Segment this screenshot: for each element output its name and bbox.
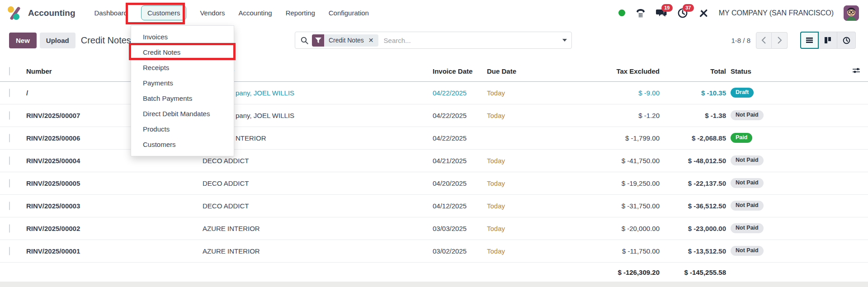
table-row[interactable]: / pany, JOEL WILLIS 04/22/2025 Today $ -…: [0, 81, 868, 104]
cell-customer: DECO ADDICT: [194, 194, 423, 217]
company-switcher[interactable]: MY COMPANY (SAN FRANCISCO): [719, 9, 834, 17]
accounting-app-icon[interactable]: [7, 5, 23, 21]
table-header-row: Number Customer Invoice Date Due Date Ta…: [0, 61, 868, 81]
cell-total: $ -23,000.00: [662, 217, 728, 240]
search-facet: Credit Notes ✕: [312, 34, 378, 47]
menu-item-configuration[interactable]: Configuration: [329, 9, 369, 17]
logo-teal-dot: [13, 14, 19, 20]
row-checkbox[interactable]: [9, 89, 10, 97]
systray: 19 37 MY COMPANY (SAN FRANCISCO): [618, 5, 861, 21]
activities-clock-icon[interactable]: 37: [677, 8, 688, 19]
cell-tax-excluded: $ -31,750.00: [542, 194, 662, 217]
view-switcher: [800, 32, 856, 49]
cell-total: $ -1.38: [662, 104, 728, 127]
app-brand: Accounting: [7, 5, 75, 21]
search-input[interactable]: Search...: [384, 37, 558, 44]
cell-due-date: Today: [479, 104, 542, 127]
header-tax-excluded[interactable]: Tax Excluded: [542, 61, 662, 81]
dropdown-item-products[interactable]: Products: [131, 122, 234, 137]
cell-total: $ -10.35: [662, 81, 728, 104]
customers-dropdown-menu: Invoices Credit Notes Receipts Payments …: [131, 25, 234, 156]
dropdown-item-invoices[interactable]: Invoices: [131, 29, 234, 45]
app-name[interactable]: Accounting: [28, 8, 75, 18]
voip-phone-icon[interactable]: [635, 8, 646, 19]
header-due-date[interactable]: Due Date: [479, 61, 542, 81]
cell-due-date: Today: [479, 240, 542, 262]
cell-due-date: Today: [479, 81, 542, 104]
search-bar[interactable]: Credit Notes ✕ Search...: [295, 32, 572, 49]
menu-item-vendors[interactable]: Vendors: [200, 9, 225, 17]
status-badge: Not Paid: [731, 178, 764, 188]
menu-item-accounting[interactable]: Accounting: [238, 9, 272, 17]
header-invoice-date[interactable]: Invoice Date: [423, 61, 479, 81]
table-row[interactable]: RINV/2025/00002 AZURE INTERIOR 03/03/202…: [0, 217, 868, 240]
upload-button[interactable]: Upload: [40, 33, 75, 48]
pager-previous-button[interactable]: [756, 32, 772, 49]
messages-icon[interactable]: 19: [656, 8, 667, 19]
cell-invoice-date: 04/20/2025: [423, 172, 479, 194]
pager-next-button[interactable]: [772, 32, 788, 49]
cell-invoice-date: 04/22/2025: [423, 104, 479, 127]
row-checkbox[interactable]: [9, 179, 10, 188]
list-view-button[interactable]: [800, 32, 819, 49]
cell-total: $ -13,512.50: [662, 240, 728, 262]
search-icon: [301, 37, 308, 44]
cell-customer: AZURE INTERIOR: [194, 240, 423, 262]
pager-range[interactable]: 1-8 / 8: [731, 37, 750, 44]
menu-item-customers[interactable]: Customers: [141, 5, 187, 20]
row-checkbox[interactable]: [9, 111, 10, 120]
row-checkbox[interactable]: [9, 134, 10, 142]
cell-customer: DECO ADDICT: [194, 172, 423, 194]
user-avatar[interactable]: [844, 5, 859, 21]
select-all-checkbox[interactable]: [9, 67, 10, 75]
status-badge: Paid: [731, 133, 752, 143]
menu-item-reporting[interactable]: Reporting: [286, 9, 315, 17]
table-row[interactable]: RINV/2025/00006 NTERIOR 04/22/2025 $ -1,…: [0, 127, 868, 149]
footer-tax-excluded-total: $ -126,309.20: [542, 262, 662, 282]
status-badge: Not Paid: [731, 246, 764, 256]
activity-view-button[interactable]: [837, 32, 856, 49]
activities-count-badge: 37: [683, 4, 694, 12]
header-options-cell: [809, 61, 868, 81]
dropdown-item-credit-notes[interactable]: Credit Notes: [131, 45, 234, 60]
header-total[interactable]: Total: [662, 61, 728, 81]
activity-view-icon: [843, 37, 850, 44]
odoo-accounting-screen: Accounting Dashboard Customers Vendors A…: [0, 0, 868, 287]
row-checkbox[interactable]: [9, 224, 10, 233]
table-row[interactable]: RINV/2025/00004 DECO ADDICT 04/21/2025 T…: [0, 149, 868, 172]
facet-remove-icon[interactable]: ✕: [368, 34, 378, 47]
tools-icon[interactable]: [698, 8, 709, 19]
new-button[interactable]: New: [9, 33, 37, 48]
row-checkbox[interactable]: [9, 156, 10, 165]
cell-tax-excluded: $ -41,750.00: [542, 149, 662, 172]
cell-number: RINV/2025/00001: [18, 240, 194, 262]
table-row[interactable]: RINV/2025/00007 pany, JOEL WILLIS 04/22/…: [0, 104, 868, 127]
dropdown-item-receipts[interactable]: Receipts: [131, 60, 234, 75]
cell-number: RINV/2025/00002: [18, 217, 194, 240]
cell-due-date: Today: [479, 194, 542, 217]
dropdown-item-direct-debit-mandates[interactable]: Direct Debit Mandates: [131, 106, 234, 122]
kanban-view-button[interactable]: [819, 32, 837, 49]
dropdown-item-customers[interactable]: Customers: [131, 137, 234, 152]
messages-count-badge: 19: [661, 4, 673, 12]
header-status[interactable]: Status: [728, 61, 809, 81]
chevron-down-icon: [562, 39, 567, 42]
search-dropdown-toggle[interactable]: [558, 32, 571, 48]
dropdown-item-batch-payments[interactable]: Batch Payments: [131, 91, 234, 106]
menu-item-dashboard[interactable]: Dashboard: [94, 9, 127, 17]
credit-notes-list: Number Customer Invoice Date Due Date Ta…: [0, 61, 868, 282]
row-checkbox[interactable]: [9, 202, 10, 210]
cell-total: $ -36,512.50: [662, 194, 728, 217]
status-badge: Not Paid: [731, 223, 764, 233]
table-row[interactable]: RINV/2025/00005 DECO ADDICT 04/20/2025 T…: [0, 172, 868, 194]
dropdown-item-payments[interactable]: Payments: [131, 75, 234, 91]
table-row[interactable]: RINV/2025/00003 DECO ADDICT 04/12/2025 T…: [0, 194, 868, 217]
bottom-strip: [0, 282, 868, 287]
select-all-cell: [0, 61, 18, 81]
cell-total: $ -22,137.50: [662, 172, 728, 194]
page-title: Credit Notes: [81, 35, 131, 46]
optional-columns-icon[interactable]: [852, 67, 861, 74]
row-checkbox[interactable]: [9, 247, 10, 255]
search-facet-label: Credit Notes: [324, 34, 368, 47]
table-row[interactable]: RINV/2025/00001 AZURE INTERIOR 03/02/202…: [0, 240, 868, 262]
